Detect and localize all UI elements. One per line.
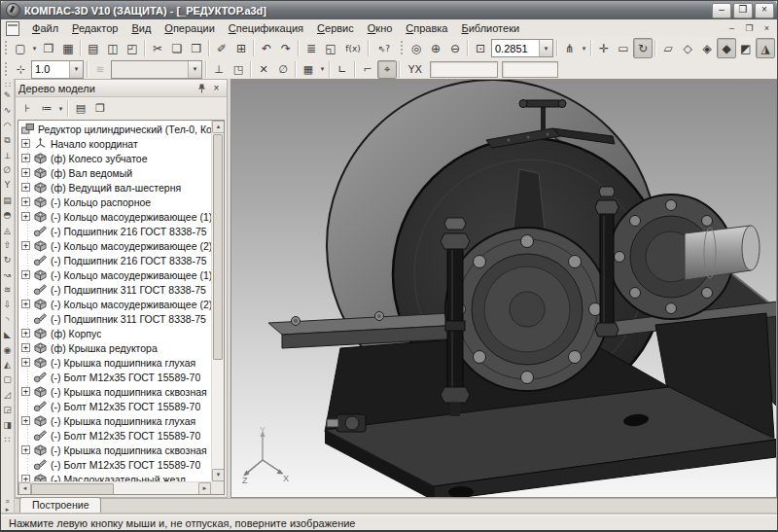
extrude-button[interactable]: ⇧: [1, 238, 14, 253]
tree-item[interactable]: (-) Болт М12х35 ГОСТ 15589-70: [18, 457, 211, 472]
coords-display-button[interactable]: YX: [403, 60, 428, 79]
edit-part-button[interactable]: ✎: [1, 89, 14, 103]
revolve-button[interactable]: ↻: [1, 253, 14, 267]
vertical-scroll-thumb[interactable]: [213, 134, 223, 360]
tree-item[interactable]: +(-) Маслоуказательный жезл: [18, 472, 211, 481]
cursor-step-button[interactable]: ⊹: [11, 60, 30, 79]
sheet-metal-button[interactable]: ◓: [1, 208, 14, 223]
scale-combo-dropdown[interactable]: ▾: [539, 40, 552, 56]
menu-editor[interactable]: Редактор: [65, 20, 124, 36]
horizontal-scroll-thumb[interactable]: [31, 483, 114, 495]
tree-expander-icon[interactable]: +: [21, 212, 30, 221]
perspective-button[interactable]: ◮: [756, 38, 775, 58]
toolbar-grip[interactable]: [4, 40, 8, 56]
tree-item[interactable]: (-) Болт М12х35 ГОСТ 15589-70: [18, 399, 211, 413]
tree-item[interactable]: +(-) Крышка подшипника сквозная: [18, 384, 211, 399]
delete-aux-button[interactable]: ✕: [254, 60, 273, 79]
tree-item[interactable]: +(ф) Корпус: [18, 326, 211, 340]
relations-panel-button[interactable]: ▤: [71, 99, 90, 118]
tree-expander-icon[interactable]: +: [21, 300, 30, 308]
redo-button[interactable]: ↷: [276, 38, 296, 58]
menu-view[interactable]: Вид: [124, 20, 158, 36]
tree-item[interactable]: +(-) Кольцо масоудерживающее (1): [18, 267, 211, 282]
halftone-with-edges-button[interactable]: ◩: [736, 38, 756, 58]
tree-expander-icon[interactable]: +: [21, 343, 30, 352]
toolbar-grip[interactable]: [400, 40, 404, 56]
mdi-restore-button[interactable]: ❐: [742, 22, 757, 35]
tree-expander-icon[interactable]: +: [21, 358, 30, 367]
rib-button[interactable]: ◭: [1, 358, 14, 372]
tree-item[interactable]: +(ф) Крышка редуктора: [18, 340, 211, 355]
ortho-drawing-button[interactable]: ⌐: [358, 60, 377, 79]
array-copy-button[interactable]: ⧉: [1, 133, 14, 148]
additional-tree-window-button[interactable]: ❐: [90, 99, 110, 118]
conditional-marks-button[interactable]: ◬: [1, 224, 14, 238]
menu-operations[interactable]: Операции: [158, 20, 221, 36]
specification-panel-button[interactable]: ▤: [1, 194, 14, 208]
tree-item[interactable]: +(-) Кольцо масоудерживающее (1): [18, 209, 211, 224]
tree-item[interactable]: (-) Подшипник 216 ГОСТ 8338-75: [18, 224, 211, 238]
tree-expander-icon[interactable]: +: [21, 416, 30, 425]
tree-item[interactable]: (-) Подшипник 216 ГОСТ 8338-75: [18, 253, 211, 267]
tree-item[interactable]: +(-) Крышка подшипника глухая: [18, 413, 211, 428]
spatial-curves-button[interactable]: ∿: [1, 103, 14, 118]
tree-expander-icon[interactable]: +: [21, 475, 30, 481]
tree-composition-button[interactable]: ≔: [37, 99, 56, 118]
rotate-button[interactable]: ↻: [633, 38, 653, 58]
new-document-button[interactable]: ▢: [11, 38, 30, 58]
specification-button[interactable]: ≣: [301, 38, 321, 58]
send-button[interactable]: ◰: [123, 38, 142, 58]
hidden-lines-thin-button[interactable]: ◈: [697, 38, 717, 58]
tree-item[interactable]: +Начало координат: [18, 136, 211, 151]
tree-item[interactable]: +(-) Крышка подшипника глухая: [18, 355, 211, 370]
scroll-right-arrow[interactable]: ►: [198, 482, 211, 495]
menu-window[interactable]: Окно: [361, 20, 400, 36]
mdi-minimize-button[interactable]: –: [725, 22, 739, 35]
loft-operation-button[interactable]: ≋: [1, 283, 14, 298]
toolbar-grip[interactable]: [4, 61, 8, 78]
tab-construction[interactable]: Построение: [19, 497, 101, 514]
menu-service[interactable]: Сервис: [310, 20, 361, 36]
zoom-out-button[interactable]: ⊖: [445, 38, 465, 58]
hole-button[interactable]: ◉: [1, 343, 14, 358]
step-combo-dropdown[interactable]: ▾: [69, 61, 83, 78]
close-button[interactable]: ×: [755, 3, 774, 18]
grid-button[interactable]: ▦: [299, 60, 318, 79]
zoom-in-button[interactable]: ⊕: [426, 38, 445, 58]
filters-button[interactable]: Υ: [1, 178, 14, 193]
context-help-button[interactable]: ⇖?: [371, 38, 397, 58]
cut-button[interactable]: ✂: [148, 38, 167, 58]
snap-button[interactable]: ⌖: [377, 60, 397, 79]
tree-item[interactable]: (-) Подшипник 311 ГОСТ 8338-75: [18, 311, 211, 326]
print-button[interactable]: ▤: [84, 38, 103, 58]
insert-table-button[interactable]: ⊞: [231, 38, 251, 58]
save-button[interactable]: ▦: [58, 38, 78, 58]
aux-geometry-button[interactable]: ⟂: [1, 149, 14, 163]
tree-item[interactable]: (-) Болт М12х35 ГОСТ 15589-70: [18, 428, 211, 443]
component-placement-button[interactable]: ◳: [229, 60, 248, 79]
axes-orientation-button[interactable]: ∟: [333, 60, 352, 79]
tree-vertical-scrollbar[interactable]: ▲ ▼: [211, 121, 224, 481]
tree-item[interactable]: Редуктор цилиндрический (Тел-0, Комп: [18, 122, 211, 136]
open-document-button[interactable]: ❐: [39, 38, 58, 58]
tree-expander-icon[interactable]: +: [21, 387, 30, 396]
tree-item[interactable]: (-) Болт М12х35 ГОСТ 15589-70: [18, 370, 211, 384]
tree-expander-icon[interactable]: +: [21, 139, 30, 148]
tree-expander-icon[interactable]: +: [21, 270, 30, 279]
mirror-body-button[interactable]: ◨: [1, 418, 14, 433]
menu-specification[interactable]: Спецификация: [222, 20, 310, 36]
new-document-button-dropdown[interactable]: ▾: [30, 39, 39, 57]
tree-item[interactable]: +(-) Крышка подшипника сквозная: [18, 443, 211, 457]
menu-help[interactable]: Справка: [399, 20, 454, 36]
mdi-close-button[interactable]: ×: [760, 22, 774, 35]
tree-item[interactable]: +(-) Кольцо масоудерживающее (2): [18, 238, 211, 253]
scroll-up-arrow[interactable]: ▲: [212, 121, 225, 133]
tree-expander-icon[interactable]: +: [21, 168, 30, 177]
hide-aux-button[interactable]: ∅: [273, 60, 293, 79]
kinematic-operation-button[interactable]: ↝: [1, 268, 14, 283]
tree-expander-icon[interactable]: +: [21, 197, 30, 206]
menu-libraries[interactable]: Библиотеки: [455, 20, 527, 36]
tree-item[interactable]: +(ф) Ведущий вал-шестерня: [18, 180, 211, 195]
minimize-button[interactable]: –: [712, 3, 731, 18]
maximize-button[interactable]: ❒: [733, 3, 753, 18]
